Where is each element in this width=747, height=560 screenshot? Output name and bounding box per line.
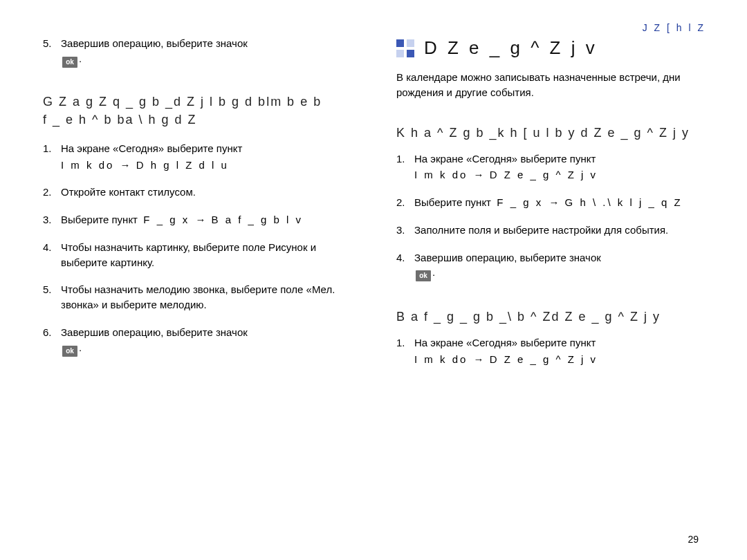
- running-header: J Z [ h l Z: [43, 22, 706, 35]
- ok-icon: ok: [416, 270, 431, 281]
- arrow-icon: →: [474, 167, 484, 183]
- right-subheading-view: B a f _ g _ g b _\ b ^ Zd Z e _ g ^ Z j …: [396, 308, 706, 326]
- step-text: На экране «Сегодня» выберите пункт: [414, 153, 596, 165]
- step-text: Чтобы назначить мелодию звонка, выберите…: [61, 282, 352, 312]
- arrow-icon: →: [195, 212, 205, 227]
- menu-segment: I m k do: [414, 169, 468, 180]
- step-number: 5.: [43, 282, 57, 297]
- step-number: 2.: [396, 195, 410, 210]
- step-body: На экране «Сегодня» выберите пункт I m k…: [61, 141, 242, 173]
- step-body: Завершив операцию, выберите значок ok.: [61, 325, 248, 357]
- step-number: 1.: [43, 141, 57, 156]
- subhead-line: f _ e h ^ b ba \ h g d Z: [43, 113, 197, 127]
- menu-segment: F _ g x: [497, 196, 543, 208]
- ok-icon: ok: [62, 346, 77, 357]
- menu-path: I m k do → D Z e _ g ^ Z j v: [414, 167, 598, 183]
- left-subheading: G Z a g Z q _ g b _d Z j l b g d blm b e…: [43, 93, 352, 129]
- step-text: Чтобы назначить картинку, выберите поле …: [61, 240, 352, 270]
- ok-icon: ok: [62, 57, 77, 68]
- list-item: 4. Завершив операцию, выберите значок ok…: [396, 250, 706, 282]
- list-item: 1. На экране «Сегодня» выберите пункт I …: [43, 141, 352, 173]
- section-heading: D Z e _ g ^ Z j v: [396, 37, 706, 59]
- step-number: 3.: [396, 223, 410, 238]
- list-item: 2. Выберите пункт F _ g x → G h \ .\ k l…: [396, 195, 706, 210]
- arrow-icon: →: [120, 158, 131, 173]
- step-number: 2.: [43, 185, 57, 200]
- menu-path: I m k do → D Z e _ g ^ Z j v: [414, 352, 598, 367]
- menu-path: I m k do → D h g l Z d l u: [61, 158, 242, 173]
- list-item: 1. На экране «Сегодня» выберите пункт I …: [396, 335, 706, 367]
- menu-segment: D Z e _ g ^ Z j v: [490, 353, 598, 365]
- menu-segment: I m k do: [61, 159, 114, 171]
- list-item: 3. Выберите пункт F _ g x → B a f _ g b …: [43, 212, 352, 227]
- step-number: 5.: [43, 36, 57, 51]
- step-body: На экране «Сегодня» выберите пункт I m k…: [414, 335, 598, 367]
- step-body: Выберите пункт F _ g x → B a f _ g b l v: [61, 212, 303, 227]
- right-column: D Z e _ g ^ Z j v В календаре можно запи…: [394, 36, 706, 541]
- menu-segment: D Z e _ g ^ Z j v: [490, 169, 598, 180]
- step-text-after: .: [79, 53, 82, 64]
- list-item: 6. Завершив операцию, выберите значок ok…: [43, 325, 352, 357]
- step-text: Выберите пункт: [414, 196, 491, 208]
- step-text-before: Завершив операцию, выберите значок: [414, 252, 601, 263]
- menu-segment: D h g l Z d l u: [136, 159, 229, 171]
- arrow-icon: →: [548, 195, 559, 210]
- step-body: Выберите пункт F _ g x → G h \ .\ k l j …: [414, 195, 683, 210]
- step-number: 6.: [43, 325, 57, 340]
- step-number: 3.: [43, 212, 57, 227]
- menu-segment: G h \ .\ k l j _ q Z: [565, 196, 683, 208]
- step-text: Выберите пункт: [61, 214, 138, 225]
- subhead-line: G Z a g Z q _ g b _d Z j l b g d blm b e…: [43, 95, 322, 109]
- step-text: Заполните поля и выберите настройки для …: [414, 223, 668, 238]
- step-text: Завершив операцию, выберите значок ok.: [61, 36, 248, 68]
- step-text-before: Завершив операцию, выберите значок: [61, 37, 248, 49]
- two-column-layout: 5. Завершив операцию, выберите значок ok…: [43, 36, 706, 541]
- step-text: На экране «Сегодня» выберите пункт: [61, 142, 242, 154]
- right-subheading-create: K h a ^ Z g b _k h [ u l b y d Z e _ g ^…: [396, 124, 706, 142]
- list-item: 3. Заполните поля и выберите настройки д…: [396, 223, 706, 238]
- step-number: 4.: [43, 240, 57, 255]
- step-text-after: .: [432, 266, 435, 278]
- step-number: 1.: [396, 335, 410, 351]
- menu-segment: F _ g x: [143, 214, 190, 225]
- menu-segment: B a f _ g b l v: [212, 214, 304, 225]
- arrow-icon: →: [474, 352, 484, 367]
- step-text-before: Завершив операцию, выберите значок: [61, 326, 248, 338]
- page-number: 29: [688, 534, 699, 545]
- list-item: 4. Чтобы назначить картинку, выберите по…: [43, 240, 352, 270]
- step-text: На экране «Сегодня» выберите пункт: [414, 337, 596, 348]
- step-body: Завершив операцию, выберите значок ok.: [414, 250, 601, 282]
- step-number: 4.: [396, 250, 410, 265]
- step-text-after: .: [79, 342, 82, 353]
- list-item: 1. На экране «Сегодня» выберите пункт I …: [396, 151, 706, 183]
- step-body: На экране «Сегодня» выберите пункт I m k…: [414, 151, 598, 183]
- step-text: Откройте контакт стилусом.: [61, 185, 196, 200]
- list-item: 2. Откройте контакт стилусом.: [43, 185, 352, 200]
- left-top-step: 5. Завершив операцию, выберите значок ok…: [43, 36, 352, 80]
- menu-segment: I m k do: [414, 353, 468, 365]
- section-title: D Z e _ g ^ Z j v: [424, 37, 598, 59]
- section-bullet-icon: [396, 39, 414, 57]
- left-column: 5. Завершив операцию, выберите значок ok…: [43, 36, 355, 541]
- right-steps-view: 1. На экране «Сегодня» выберите пункт I …: [396, 335, 706, 380]
- left-steps: 1. На экране «Сегодня» выберите пункт I …: [43, 141, 352, 369]
- right-steps-create: 1. На экране «Сегодня» выберите пункт I …: [396, 151, 706, 295]
- intro-paragraph: В календаре можно записывать назначенные…: [396, 70, 706, 100]
- list-item: 5. Чтобы назначить мелодию звонка, выбер…: [43, 282, 352, 312]
- list-item: 5. Завершив операцию, выберите значок ok…: [43, 36, 352, 68]
- step-number: 1.: [396, 151, 410, 167]
